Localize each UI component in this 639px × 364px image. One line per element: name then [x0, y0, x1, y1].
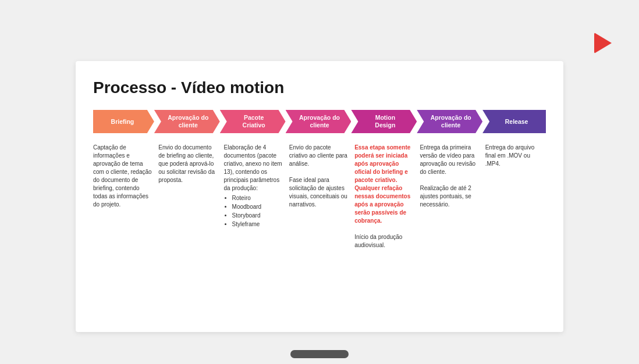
list-item-roteiro: Roteiro: [232, 194, 285, 202]
list-item-storyboard: Storyboard: [232, 211, 285, 220]
step-release[interactable]: Release: [482, 110, 546, 133]
aprovacao-3-text: Entrega da primeira versão de vídeo para…: [420, 144, 475, 208]
step-aprovacao-cliente-1[interactable]: Aprovação docliente: [154, 110, 220, 133]
aprovacao-1-text: Envio do documento de briefing ao client…: [158, 144, 215, 183]
aprovacao-2-text: Envio do pacote criativo ao cliente para…: [289, 144, 347, 208]
release-text: Entrega do arquivo final em .MOV ou .MP4…: [485, 144, 535, 167]
motion-extra-text: Início da produção audiovisual.: [354, 234, 402, 248]
content-aprovacao-2: Envio do pacote criativo ao cliente para…: [289, 144, 354, 249]
play-icon: [594, 33, 612, 53]
step-motion-design[interactable]: MotionDesign: [351, 110, 417, 133]
content-motion-design: Essa etapa somente poderá ser iniciada a…: [354, 144, 420, 249]
step-aprovacao-cliente-2[interactable]: Aprovação docliente: [286, 110, 352, 133]
content-aprovacao-3: Entrega da primeira versão de vídeo para…: [420, 144, 485, 249]
content-briefing: Captação de informações e aprovação de t…: [93, 144, 158, 249]
step-aprovacao-cliente-3[interactable]: Aprovação docliente: [417, 110, 482, 133]
pacote-criativo-list: Roteiro Moodboard Storyboard Styleframe: [224, 194, 285, 229]
pacote-criativo-intro: Elaboração de 4 documentos (pacote criat…: [224, 144, 282, 191]
play-button[interactable]: [590, 30, 616, 56]
page-title: Processo - Vídeo motion: [93, 78, 546, 97]
list-item-styleframe: Styleframe: [232, 220, 285, 229]
content-row: Captação de informações e aprovação de t…: [93, 144, 546, 249]
step-pacote-criativo[interactable]: PacoteCriativo: [220, 110, 286, 133]
scroll-indicator[interactable]: [290, 350, 349, 358]
motion-highlight-2: Qualquer refação nessas documentos após …: [354, 185, 410, 224]
content-pacote-criativo: Elaboração de 4 documentos (pacote criat…: [224, 144, 289, 249]
content-aprovacao-1: Envio do documento de briefing ao client…: [158, 144, 223, 249]
step-briefing[interactable]: Briefing: [93, 110, 154, 133]
motion-highlight: Essa etapa somente poderá ser iniciada a…: [354, 144, 410, 183]
briefing-text: Captação de informações e aprovação de t…: [93, 144, 152, 208]
list-item-moodboard: Moodboard: [232, 202, 285, 211]
main-card: Processo - Vídeo motion Briefing Aprovaç…: [76, 61, 563, 332]
steps-row: Briefing Aprovação docliente PacoteCriat…: [93, 110, 546, 133]
content-release: Entrega do arquivo final em .MOV ou .MP4…: [485, 144, 546, 249]
